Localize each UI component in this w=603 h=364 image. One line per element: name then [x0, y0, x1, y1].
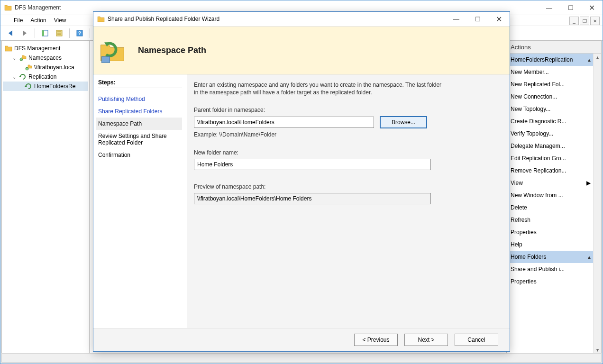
action-share-and-publish[interactable]: Share and Publish i...	[507, 263, 594, 275]
svg-marker-1	[9, 30, 12, 36]
step-confirmation: Confirmation	[98, 149, 182, 161]
action-label: Refresh	[511, 217, 530, 223]
scroll-down-icon[interactable]: ▾	[596, 347, 599, 353]
mdi-controls: _ ❐ ✕	[569, 17, 600, 25]
step-namespace-path[interactable]: Namespace Path	[96, 118, 182, 130]
statusbar	[1, 353, 602, 363]
wizard-icon	[97, 15, 105, 23]
toolbar-properties-button[interactable]	[53, 27, 65, 39]
main-window-controls: — ☐ ✕	[539, 0, 603, 15]
close-button[interactable]: ✕	[581, 0, 603, 15]
scroll-up-icon[interactable]: ▴	[596, 55, 599, 60]
action-label: Delete	[511, 204, 527, 211]
parent-folder-label: Parent folder in namespace:	[194, 107, 498, 113]
toolbar-show-hide-button[interactable]	[39, 27, 51, 39]
tree-root-label: DFS Management	[14, 45, 60, 52]
parent-folder-input[interactable]	[194, 117, 374, 128]
wizard-window-controls: — ☐ ✕	[446, 12, 510, 26]
wizard-maximize-button[interactable]: ☐	[467, 12, 488, 26]
action-view[interactable]: View▶	[507, 177, 594, 189]
action-new-window[interactable]: New Window from ...	[507, 189, 594, 201]
step-share-replicated-folders[interactable]: Share Replicated Folders	[98, 105, 182, 118]
dfs-icon	[4, 4, 12, 11]
wizard-banner-title: Namespace Path	[138, 46, 206, 55]
action-create-diagnostic[interactable]: Create Diagnostic R...	[507, 115, 594, 127]
browse-button[interactable]: Browse...	[380, 116, 427, 128]
action-delete[interactable]: Delete	[507, 201, 594, 214]
tree-replication-label: Replication	[28, 73, 56, 80]
step-publishing-method[interactable]: Publishing Method	[98, 93, 182, 105]
action-delegate-management[interactable]: Delegate Managem...	[507, 140, 594, 152]
action-properties-2[interactable]: Properties	[507, 275, 594, 288]
action-new-replicated-folder[interactable]: New Replicated Fol...	[507, 78, 594, 91]
actions-group-heading-2[interactable]: Home Folders ▲	[507, 251, 594, 263]
tree-namespaces-label: Namespaces	[28, 55, 62, 61]
next-button[interactable]: Next >	[404, 334, 448, 346]
action-new-topology[interactable]: New Topology...	[507, 103, 594, 115]
wizard-steps-heading: Steps:	[98, 79, 182, 88]
svg-marker-18	[98, 17, 104, 22]
tree-root[interactable]: DFS Management	[3, 44, 88, 53]
menu-action[interactable]: Action	[30, 17, 46, 24]
menu-view[interactable]: View	[54, 17, 66, 24]
action-new-member[interactable]: New Member...	[507, 66, 594, 78]
step-review-settings: Review Settings and Share Replicated Fol…	[98, 130, 182, 149]
actions-group-label-2: Home Folders	[511, 254, 546, 260]
mdi-restore-button[interactable]: ❐	[580, 17, 589, 25]
action-new-connection[interactable]: New Connection...	[507, 91, 594, 103]
expander-icon[interactable]: ⌄	[11, 74, 17, 80]
submenu-arrow-icon: ▶	[586, 180, 591, 186]
action-refresh[interactable]: Refresh	[507, 214, 594, 226]
actions-scrollbar[interactable]: ▴ ▾	[593, 54, 601, 354]
replication-icon	[19, 73, 27, 81]
action-edit-replication-group[interactable]: Edit Replication Gro...	[507, 152, 594, 164]
svg-marker-0	[5, 5, 11, 10]
wizard-minimize-button[interactable]: —	[446, 12, 467, 26]
wizard-footer: < Previous Next > Cancel	[93, 328, 510, 351]
menu-file[interactable]: File	[14, 17, 23, 24]
tree-replication-item[interactable]: HomeFoldersRe	[3, 82, 88, 91]
toolbar-help-button[interactable]: ?	[73, 27, 86, 39]
svg-rect-4	[42, 30, 44, 36]
action-label: New Topology...	[511, 106, 550, 112]
wizard-titlebar: Share and Publish Replicated Folder Wiza…	[93, 12, 510, 27]
wizard-body: Steps: Publishing Method Share Replicate…	[93, 74, 510, 328]
tree-namespaces[interactable]: ⌄ Namespaces	[3, 53, 88, 63]
replication-item-icon	[25, 82, 32, 90]
minimize-button[interactable]: —	[539, 0, 560, 15]
toolbar-separator	[35, 28, 35, 38]
dfs-icon	[5, 45, 12, 52]
wizard-close-button[interactable]: ✕	[488, 12, 510, 26]
maximize-button[interactable]: ☐	[560, 0, 581, 15]
nav-forward-button[interactable]	[18, 27, 31, 39]
action-label: New Connection...	[511, 93, 557, 100]
wizard-intro-text: Enter an existing namespace and any fold…	[194, 81, 445, 96]
action-label: Verify Topology...	[511, 130, 553, 137]
new-folder-input[interactable]	[194, 159, 431, 170]
actions-group-heading[interactable]: HomeFoldersReplication ▲	[507, 54, 594, 66]
svg-rect-21	[102, 56, 110, 63]
actions-group-label: HomeFoldersReplication	[511, 56, 573, 63]
namespace-icon	[19, 54, 27, 62]
action-properties[interactable]: Properties	[507, 226, 594, 238]
svg-text:?: ?	[78, 31, 81, 36]
svg-marker-2	[23, 30, 27, 36]
mdi-close-button[interactable]: ✕	[590, 17, 600, 25]
svg-marker-11	[5, 46, 12, 51]
action-label: Edit Replication Gro...	[511, 155, 566, 162]
wizard-form: Enter an existing namespace and any fold…	[187, 74, 510, 328]
nav-back-button[interactable]	[4, 27, 17, 39]
tree-replication[interactable]: ⌄ Replication	[3, 72, 88, 82]
svg-marker-15	[28, 65, 32, 68]
tree-namespace-item[interactable]: \\firatboyan.loca	[3, 63, 88, 72]
action-label: Properties	[511, 229, 537, 236]
action-verify-topology[interactable]: Verify Topology...	[507, 127, 594, 140]
previous-button[interactable]: < Previous	[354, 334, 398, 346]
action-remove-replication[interactable]: Remove Replication...	[507, 164, 594, 177]
actions-list: HomeFoldersReplication ▲ New Member... N…	[507, 54, 601, 354]
expander-icon[interactable]: ⌄	[11, 55, 17, 61]
cancel-button[interactable]: Cancel	[455, 334, 498, 346]
action-help[interactable]: Help	[507, 238, 594, 251]
mdi-minimize-button[interactable]: _	[569, 17, 579, 25]
action-label: New Replicated Fol...	[511, 81, 565, 88]
